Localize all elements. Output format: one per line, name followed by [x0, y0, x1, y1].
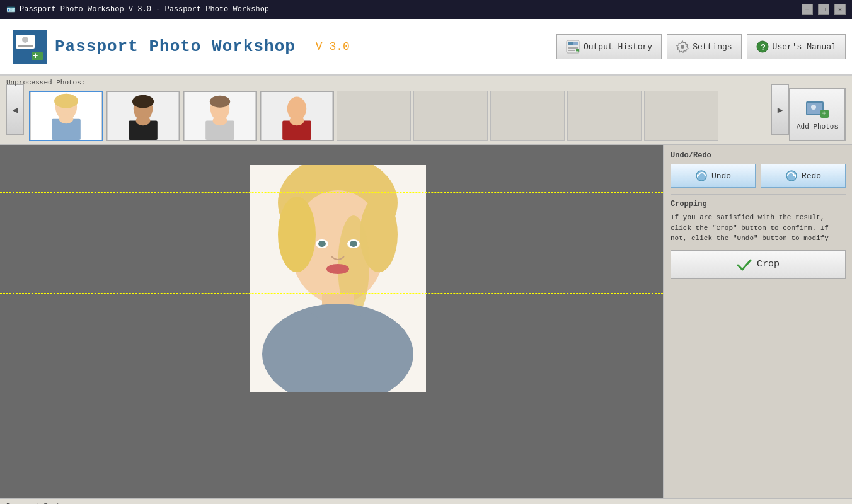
header: + Passport Photo Workshop V 3.0 + Output… — [0, 19, 852, 76]
unprocessed-strip: Unprocessed Photos: ◀ — [0, 76, 852, 145]
gear-icon — [676, 40, 689, 53]
svg-text:+: + — [575, 49, 579, 54]
header-buttons: + Output History Settings ? User's Manua… — [556, 34, 846, 59]
undo-icon — [695, 169, 708, 182]
cropping-text: If you are satisfied with the result, cl… — [671, 212, 846, 244]
undo-redo-title: Undo/Redo — [671, 151, 846, 160]
version-text: V 3.0 — [316, 40, 350, 53]
add-photos-button[interactable]: + Add Photos — [789, 88, 846, 141]
redo-label: Redo — [802, 171, 821, 181]
svg-point-25 — [136, 116, 151, 125]
unprocessed-label: Unprocessed Photos: — [6, 79, 85, 86]
unprocessed-photos — [29, 91, 766, 141]
photo-4-preview — [261, 92, 333, 140]
undo-redo-row: Undo Redo — [671, 164, 846, 188]
unprocessed-photo-1[interactable] — [29, 91, 103, 141]
output-history-label: Output History — [584, 42, 652, 52]
svg-text:+: + — [822, 110, 826, 118]
svg-point-34 — [290, 116, 304, 125]
logo-area: + Passport Photo Workshop V 3.0 — [13, 30, 350, 64]
svg-point-28 — [210, 96, 230, 108]
title-bar-left: 🪪 Passport Photo Workshop V 3.0 - Passpo… — [6, 5, 269, 14]
manual-label: User's Manual — [773, 42, 836, 52]
logo-icon: + — [13, 30, 47, 64]
unprocessed-empty-2 — [413, 91, 488, 141]
svg-point-44 — [278, 197, 316, 272]
photo-2-preview — [107, 92, 179, 140]
undo-redo-section: Undo/Redo Undo — [671, 151, 846, 188]
svg-point-20 — [59, 114, 74, 123]
unprocessed-next-button[interactable]: ▶ — [771, 84, 789, 135]
svg-rect-8 — [573, 42, 578, 45]
settings-label: Settings — [693, 42, 732, 52]
title-bar-text: Passport Photo Workshop V 3.0 - Passport… — [20, 5, 269, 14]
cropping-section: Cropping If you are satisfied with the r… — [671, 194, 846, 279]
unprocessed-empty-4 — [567, 91, 642, 141]
title-bar: 🪪 Passport Photo Workshop V 3.0 - Passpo… — [0, 0, 852, 19]
canvas-area[interactable] — [0, 145, 663, 498]
settings-button[interactable]: Settings — [667, 34, 741, 59]
photo-1-preview — [30, 92, 102, 140]
close-button[interactable]: ✕ — [834, 4, 846, 15]
canvas-photo — [250, 165, 426, 392]
passport-strip: Passport Photos: ◀ ▶ — [0, 498, 852, 504]
svg-point-37 — [811, 105, 816, 110]
crop-button[interactable]: Crop — [671, 250, 846, 279]
manual-button[interactable]: ? User's Manual — [747, 34, 846, 59]
checkmark-icon — [737, 257, 752, 272]
unprocessed-prev-button[interactable]: ◀ — [6, 84, 24, 135]
svg-point-2 — [22, 37, 28, 43]
svg-point-23 — [132, 95, 154, 108]
add-photos-icon: + — [805, 98, 830, 120]
svg-point-18 — [54, 94, 78, 108]
maximize-button[interactable]: □ — [818, 4, 829, 15]
svg-rect-3 — [18, 45, 33, 47]
undo-label: Undo — [711, 171, 731, 181]
svg-point-13 — [681, 45, 684, 49]
logo-text: Passport Photo Workshop — [55, 37, 296, 56]
minimize-button[interactable]: ─ — [802, 4, 813, 15]
editor-area: Undo/Redo Undo — [0, 145, 852, 498]
photo-3-preview — [184, 92, 256, 140]
unprocessed-empty-1 — [337, 91, 411, 141]
output-history-button[interactable]: + Output History — [556, 34, 662, 59]
redo-button[interactable]: Redo — [761, 164, 846, 188]
svg-point-30 — [213, 116, 227, 125]
svg-rect-10 — [568, 50, 575, 51]
undo-button[interactable]: Undo — [671, 164, 756, 188]
unprocessed-photo-3[interactable] — [183, 91, 257, 141]
svg-text:+: + — [33, 51, 38, 61]
unprocessed-empty-3 — [490, 91, 565, 141]
unprocessed-empty-5 — [644, 91, 718, 141]
help-icon: ? — [756, 40, 769, 53]
unprocessed-photo-2[interactable] — [106, 91, 180, 141]
add-photos-label: Add Photos — [797, 123, 838, 130]
svg-point-51 — [326, 264, 349, 274]
svg-text:?: ? — [761, 43, 766, 52]
title-bar-controls[interactable]: ─ □ ✕ — [802, 4, 846, 15]
history-icon: + — [566, 40, 580, 54]
main-content: Unprocessed Photos: ◀ — [0, 76, 852, 498]
cropping-title: Cropping — [671, 200, 846, 209]
redo-icon — [785, 169, 798, 182]
svg-point-50 — [350, 241, 357, 247]
crop-label: Crop — [757, 259, 780, 270]
svg-rect-7 — [568, 42, 573, 45]
unprocessed-photo-4[interactable] — [260, 91, 334, 141]
svg-point-49 — [318, 241, 326, 247]
app-icon: 🪪 — [6, 5, 16, 14]
canvas-photo-svg — [250, 165, 426, 392]
right-panel: Undo/Redo Undo — [663, 145, 852, 498]
